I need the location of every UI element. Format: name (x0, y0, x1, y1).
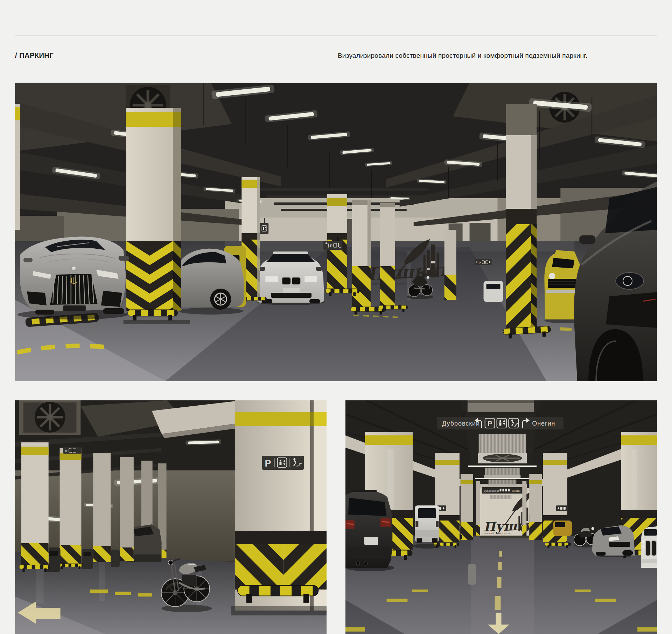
column: P (58, 447, 83, 569)
parking-letter: P (488, 420, 492, 427)
parked-car (111, 550, 120, 567)
parked-cars-far (484, 281, 503, 302)
hero-render: Пушкин жилой комплекс (15, 83, 657, 381)
wayfinding-sign (556, 505, 568, 511)
silver-car (176, 249, 244, 315)
hero-parking-scene: Пушкин жилой комплекс (15, 83, 657, 381)
kidney-grille (645, 540, 650, 556)
column (476, 481, 480, 536)
wall-logo-subtitle: жилой комплекс (484, 532, 511, 535)
hazard-stripes (235, 544, 284, 590)
wayfinding-sign-far: Дубровский Онегин (482, 487, 527, 494)
vent-unit (478, 434, 527, 463)
section-description: Визуализировали собственный просторный и… (338, 52, 588, 60)
column (120, 457, 134, 561)
destination-right-label: Онегин (532, 420, 555, 427)
suv-dark (345, 490, 394, 571)
wayfinding-sign: P (262, 456, 304, 470)
column (522, 481, 526, 536)
right-render: Пушкин жилой комплекс Дубровский P (345, 400, 657, 634)
column (444, 230, 456, 300)
destination-left-label: Дубровский (484, 489, 499, 492)
hazard-stripes (284, 544, 327, 590)
page: / ПАРКИНГ Визуализировали собственный пр… (0, 35, 672, 634)
column-sign-scene: P (15, 400, 327, 634)
column (461, 474, 473, 540)
parking-letter: P (265, 458, 271, 469)
column (93, 453, 111, 562)
bmw-classic-car (641, 526, 657, 568)
parked-car (81, 549, 93, 569)
corridor-scene: Пушкин жилой комплекс Дубровский P (345, 400, 657, 634)
top-divider (15, 35, 657, 35)
section-header: / ПАРКИНГ Визуализировали собственный пр… (15, 51, 657, 60)
column-hazard: P (231, 400, 327, 615)
wayfinding-sign: P (475, 259, 492, 265)
column (529, 474, 542, 540)
ceiling-fan-icon (35, 402, 65, 433)
left-render: P (15, 400, 327, 634)
column (19, 442, 50, 572)
destination-left-label: Дубровский (442, 420, 480, 427)
destination-right-label: Онегин (512, 489, 521, 492)
maserati-car (18, 237, 129, 319)
wayfinding-sign: Дубровский P (437, 417, 564, 429)
parking-letter: P (65, 449, 68, 453)
parking-letter: P (479, 261, 481, 264)
column-hazard (124, 108, 190, 324)
parking-letter: P (330, 244, 332, 248)
hazard-stripes (352, 266, 371, 308)
parked-car (468, 564, 476, 585)
wayfinding-sign: P (63, 447, 82, 454)
